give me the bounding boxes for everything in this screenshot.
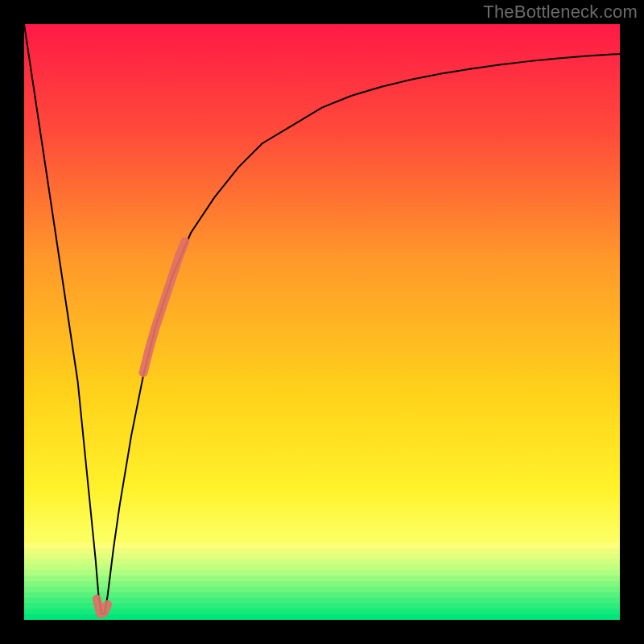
watermark-text: TheBottleneck.com [483, 2, 638, 23]
svg-rect-7 [24, 581, 620, 588]
svg-rect-5 [24, 570, 620, 576]
chart-background-gradient [24, 24, 620, 620]
chart-plot-area [24, 24, 620, 620]
svg-rect-6 [24, 576, 620, 582]
svg-rect-8 [24, 587, 620, 593]
svg-rect-4 [24, 564, 620, 571]
chart-frame: TheBottleneck.com [0, 0, 644, 644]
svg-rect-12 [24, 609, 620, 615]
svg-rect-11 [24, 603, 620, 609]
svg-rect-10 [24, 598, 620, 605]
svg-rect-13 [24, 614, 620, 620]
svg-rect-9 [24, 592, 620, 599]
chart-svg [24, 24, 620, 620]
svg-rect-3 [24, 559, 620, 565]
